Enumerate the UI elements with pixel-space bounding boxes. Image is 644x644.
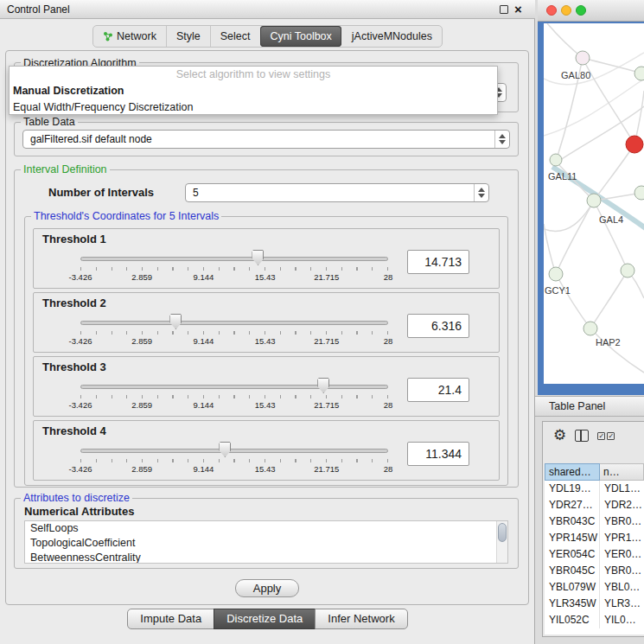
- tab-style[interactable]: Style: [166, 26, 210, 47]
- tab-label: Select: [220, 30, 251, 42]
- close-icon[interactable]: ×: [514, 1, 522, 18]
- threshold-1-panel: Threshold 1 -3.4262.8599.14415.4321.7152…: [33, 228, 500, 289]
- threshold-label: Threshold 1: [42, 233, 106, 245]
- network-node[interactable]: [634, 67, 644, 80]
- threshold-slider: -3.4262.8599.14415.4321.71528: [80, 378, 388, 412]
- table-cell: YBR0…: [600, 563, 644, 579]
- dropdown-option-manual-discretization[interactable]: Manual Discretization: [10, 83, 497, 99]
- network-icon: [103, 31, 113, 41]
- dropdown-option-equal-width-frequency[interactable]: Equal Width/Frequency Discretization: [10, 99, 497, 116]
- network-node-gcy1[interactable]: [549, 267, 563, 281]
- threshold-value-field[interactable]: 14.713: [407, 250, 469, 274]
- bottom-tab-strip: Impute Data Discretize Data Infer Networ…: [127, 609, 407, 629]
- scale-label: 21.715: [314, 400, 339, 410]
- scale-label: 15.43: [255, 272, 276, 282]
- tab-network[interactable]: Network: [93, 26, 166, 47]
- table-data-select[interactable]: galFiltered.sif default node: [22, 130, 510, 149]
- threshold-label: Threshold 4: [42, 424, 106, 437]
- table-row[interactable]: YIL052CYIL0…: [545, 612, 644, 628]
- table-row[interactable]: YER054CYER0…: [545, 546, 644, 563]
- scale-label: -3.426: [69, 272, 92, 282]
- scale-label: 28: [384, 336, 393, 346]
- slider-ticks: [80, 267, 388, 271]
- threshold-slider-track[interactable]: [80, 449, 388, 453]
- node-label: GAL11: [548, 171, 577, 182]
- threshold-value-field[interactable]: 6.316: [407, 314, 469, 338]
- node-label: HAP2: [596, 337, 621, 348]
- table-row[interactable]: YBL079WYBL0…: [545, 579, 644, 596]
- table-row[interactable]: YPR145WYPR1…: [545, 530, 644, 546]
- network-node[interactable]: [634, 186, 644, 200]
- scale-label: 21.715: [314, 336, 339, 346]
- threshold-slider-track[interactable]: [80, 321, 388, 325]
- attribute-item[interactable]: BetweennessCentrality: [25, 551, 507, 564]
- scale-label: 21.715: [314, 464, 339, 474]
- threshold-value-field[interactable]: 21.4: [407, 378, 469, 402]
- table-cell: YIL0…: [600, 612, 644, 628]
- table-cell: YBL079W: [545, 579, 600, 596]
- float-window-icon[interactable]: [500, 5, 508, 14]
- scrollbar-thumb[interactable]: [498, 523, 507, 542]
- network-node-gal80[interactable]: [576, 51, 590, 65]
- threshold-slider-track[interactable]: [80, 257, 388, 261]
- slider-ticks: [80, 395, 388, 399]
- apply-button[interactable]: Apply: [235, 579, 299, 597]
- network-node-gal11[interactable]: [550, 154, 562, 166]
- scale-label: 15.43: [255, 464, 276, 474]
- slider-scale-labels: -3.4262.8599.14415.4321.71528: [80, 336, 388, 347]
- num-intervals-select[interactable]: 5: [185, 183, 489, 202]
- network-canvas[interactable]: GAL80GAL11GAL4GCY1HAP2: [544, 23, 644, 384]
- network-node-gal4[interactable]: [587, 194, 601, 207]
- tab-impute-data[interactable]: Impute Data: [127, 609, 214, 629]
- thresholds-group-title: Threshold's Coordinates for 5 Intervals: [31, 210, 221, 222]
- tab-select[interactable]: Select: [210, 26, 260, 47]
- table-row[interactable]: YDR27…YDR2…: [545, 497, 644, 513]
- close-traffic-light[interactable]: [546, 5, 557, 16]
- threshold-slider-thumb[interactable]: [252, 250, 264, 265]
- network-node-hap2[interactable]: [583, 322, 597, 335]
- combo-stepper-icon: [474, 184, 488, 201]
- numerical-attributes-label: Numerical Attributes: [24, 505, 134, 518]
- window-title: Control Panel: [7, 0, 70, 19]
- table-row[interactable]: YBR045CYBR0…: [545, 563, 644, 579]
- tab-infer-network[interactable]: Infer Network: [315, 609, 407, 629]
- column-header-name[interactable]: n…: [600, 463, 644, 481]
- threshold-slider-thumb[interactable]: [317, 378, 329, 393]
- table-row[interactable]: YDL19…YDL1…: [545, 481, 644, 497]
- network-node[interactable]: [626, 136, 643, 153]
- table-toolbar: ⚙ ✓ ✓: [543, 424, 644, 448]
- table-cell: YER0…: [600, 546, 644, 563]
- scale-label: -3.426: [69, 400, 92, 410]
- table-header-row: shared… n…: [545, 463, 644, 481]
- select-columns-icon[interactable]: ✓ ✓: [597, 432, 615, 440]
- threshold-value-field[interactable]: 11.344: [407, 442, 469, 466]
- tab-jactivemnodules[interactable]: jActiveMNodules: [342, 26, 442, 47]
- column-header-shared-name[interactable]: shared…: [545, 463, 600, 481]
- interval-definition-title: Interval Definition: [21, 163, 110, 175]
- zoom-traffic-light[interactable]: [576, 5, 586, 16]
- scale-label: 15.43: [255, 336, 276, 346]
- threshold-label: Threshold 3: [42, 360, 106, 373]
- table-cell: YDR27…: [545, 497, 600, 513]
- network-node[interactable]: [621, 264, 634, 277]
- scrollbar[interactable]: [496, 521, 507, 563]
- threshold-slider-thumb[interactable]: [169, 314, 182, 329]
- scale-label: 28: [384, 272, 393, 282]
- scale-label: 9.144: [194, 464, 214, 474]
- columns-icon[interactable]: [575, 430, 589, 442]
- scale-label: 28: [384, 464, 393, 474]
- threshold-slider-track[interactable]: [80, 385, 388, 389]
- node-label: GCY1: [545, 285, 571, 296]
- minimize-traffic-light[interactable]: [561, 5, 571, 16]
- attribute-item[interactable]: SelfLoops: [25, 521, 507, 536]
- threshold-slider-thumb[interactable]: [219, 442, 231, 457]
- network-view-frame: GAL80GAL11GAL4GCY1HAP2: [538, 22, 644, 395]
- table-row[interactable]: YBR043CYBR0…: [545, 513, 644, 530]
- checkbox-icon: ✓: [597, 432, 605, 440]
- gear-icon[interactable]: ⚙: [553, 427, 566, 444]
- attribute-item[interactable]: TopologicalCoefficient: [25, 536, 507, 551]
- table-row[interactable]: YLR345WYLR3…: [545, 596, 644, 612]
- tab-cyni-toolbox[interactable]: Cyni Toolbox: [260, 26, 341, 47]
- bottom-tab-bar: Impute Data Discretize Data Infer Networ…: [0, 609, 535, 629]
- tab-discretize-data[interactable]: Discretize Data: [214, 609, 316, 629]
